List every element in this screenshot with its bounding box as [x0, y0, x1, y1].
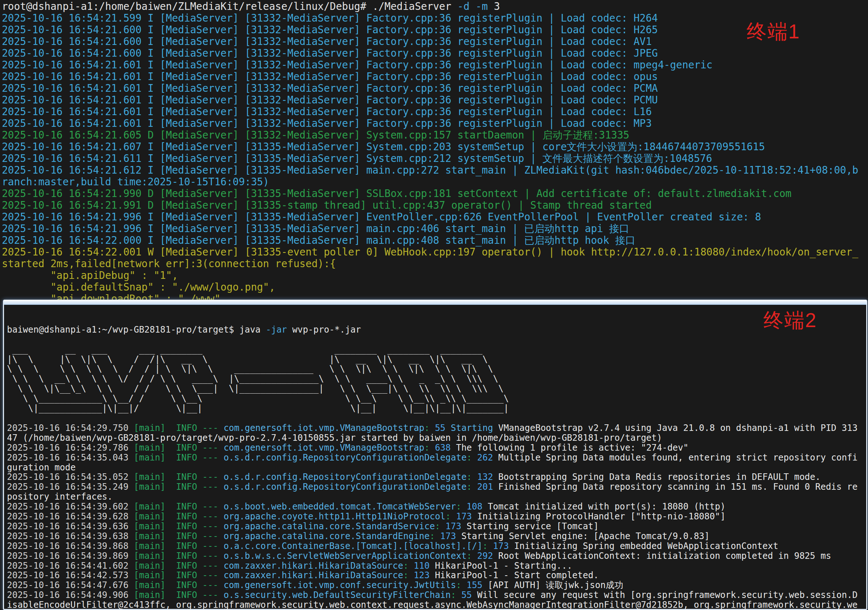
terminal1-log-line: 2025-10-16 16:54:21.601 I [MediaServer] … — [2, 94, 858, 106]
terminal1-log-line: 2025-10-16 16:54:21.601 I [MediaServer] … — [2, 83, 858, 94]
terminal1-log-line: ranch:master,build time:2025-10-15T16:09… — [2, 176, 858, 188]
terminal1-log-line: 2025-10-16 16:54:22.000 I [MediaServer] … — [2, 235, 858, 246]
terminal1-log-line: 2025-10-16 16:54:21.601 I [MediaServer] … — [2, 106, 858, 118]
terminal1-log-line: started 2ms,failed[network err]:3(connec… — [2, 258, 858, 270]
terminal1-log-line: 2025-10-16 16:54:21.607 I [MediaServer] … — [2, 141, 858, 153]
terminal1-log-line: 2025-10-16 16:54:21.991 D [MediaServer] … — [2, 200, 858, 211]
terminal1-log-line: 2025-10-16 16:54:21.611 I [MediaServer] … — [2, 153, 858, 164]
terminal1-log-line: 2025-10-16 16:54:21.996 I [MediaServer] … — [2, 211, 858, 223]
terminal1-log-line: 2025-10-16 16:54:21.996 I [MediaServer] … — [2, 223, 858, 235]
terminal1-prompt: root@dshanpi-a1:/home/baiwen/ZLMediaKit/… — [2, 1, 858, 12]
terminal1-annotation: 终端1 — [747, 18, 800, 45]
terminal2-log-line: isableEncodeUrlFilter@2c413ffc, org.spri… — [7, 600, 866, 610]
terminal2-log-line: pository interfaces. — [7, 492, 866, 502]
terminal2-log-line: 2025-10-16 16:54:39.628 [main] INFO --- … — [7, 512, 866, 522]
terminal1-output: root@dshanpi-a1:/home/baiwen/ZLMediaKit/… — [2, 1, 858, 305]
terminal2-log-line: 2025-10-16 16:54:41.602 [main] INFO --- … — [7, 561, 866, 571]
terminal2-log-line: 2025-10-16 16:54:39.868 [main] INFO --- … — [7, 541, 866, 551]
terminal2-titlebar[interactable] — [4, 300, 866, 305]
terminal2-log-line: 2025-10-16 16:54:47.676 [main] INFO --- … — [7, 581, 866, 590]
terminal2-log-line: 2025-10-16 16:54:35.043 [main] INFO --- … — [7, 453, 866, 463]
terminal2-log-line: 2025-10-16 16:54:42.573 [main] INFO --- … — [7, 571, 866, 581]
terminal1-log-line: 2025-10-16 16:54:21.601 I [MediaServer] … — [2, 71, 858, 83]
terminal1-log-line: 2025-10-16 16:54:21.612 I [MediaServer] … — [2, 164, 858, 176]
terminal2-log-line: 2025-10-16 16:54:29.750 [main] INFO --- … — [7, 423, 866, 433]
terminal1-log-line: 2025-10-16 16:54:21.990 D [MediaServer] … — [2, 188, 858, 200]
wvp-pro-ascii-banner: ___ __ ___ ___ ________ ________ _______… — [7, 335, 866, 423]
terminal2-log-line: 2025-10-16 16:54:35.249 [main] INFO --- … — [7, 482, 866, 492]
terminal1-log-line: 2025-10-16 16:54:22.001 W [MediaServer] … — [2, 246, 858, 258]
terminal1-log-line: "api.apiDebug" : "1", — [2, 270, 858, 282]
terminal2-log-line: guration mode — [7, 463, 866, 472]
terminal1-log-line: 2025-10-16 16:54:21.601 I [MediaServer] … — [2, 118, 858, 129]
terminal2-log-line: 2025-10-16 16:54:29.786 [main] INFO --- … — [7, 443, 866, 453]
terminal2-window: baiwen@dshanpi-a1:~/wvp-GB28181-pro/targ… — [3, 300, 867, 610]
terminal1-log-line: 2025-10-16 16:54:21.605 D [MediaServer] … — [2, 129, 858, 141]
terminal2-log-line: 2025-10-16 16:54:39.602 [main] INFO --- … — [7, 502, 866, 512]
terminal1-log-line: 2025-10-16 16:54:21.600 I [MediaServer] … — [2, 24, 858, 36]
screenshot-stage: root@dshanpi-a1:/home/baiwen/ZLMediaKit/… — [0, 0, 868, 610]
terminal1-log-line: 2025-10-16 16:54:21.601 I [MediaServer] … — [2, 59, 858, 71]
terminal1-log-line: 2025-10-16 16:54:21.599 I [MediaServer] … — [2, 12, 858, 24]
terminal2-log-line: 2025-10-16 16:54:35.052 [main] INFO --- … — [7, 472, 866, 482]
terminal1-log-line: "api.defaultSnap" : "./www/logo.png", — [2, 282, 858, 293]
terminal1-log-line: 2025-10-16 16:54:21.600 I [MediaServer] … — [2, 36, 858, 48]
terminal2-output: baiwen@dshanpi-a1:~/wvp-GB28181-pro/targ… — [4, 305, 866, 610]
terminal2-annotation: 终端2 — [763, 307, 817, 334]
terminal2-log-line: 47 (/home/baiwen/wvp-GB28181-pro/target/… — [7, 433, 866, 443]
terminal2-log-line: 2025-10-16 16:54:39.869 [main] INFO --- … — [7, 551, 866, 561]
terminal2-log-line: 2025-10-16 16:54:49.906 [main] INFO --- … — [7, 590, 866, 600]
terminal1-log-line: 2025-10-16 16:54:21.600 I [MediaServer] … — [2, 48, 858, 59]
terminal2-prompt: baiwen@dshanpi-a1:~/wvp-GB28181-pro/targ… — [7, 325, 866, 335]
terminal2-log-line: 2025-10-16 16:54:39.636 [main] INFO --- … — [7, 522, 866, 531]
terminal2-log-line: 2025-10-16 16:54:39.638 [main] INFO --- … — [7, 531, 866, 541]
